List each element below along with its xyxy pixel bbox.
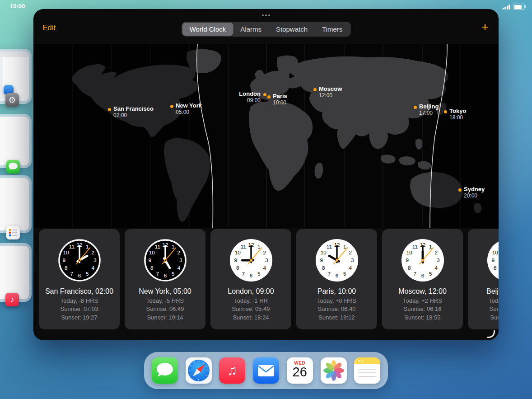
city-time: 12:00 [319, 92, 332, 99]
svg-text:5: 5 [429, 271, 432, 277]
clock-offset: Today, -5 HRS [125, 297, 205, 304]
svg-text:2: 2 [349, 249, 352, 255]
tab-world-clock[interactable]: World Clock [182, 23, 233, 36]
svg-text:9: 9 [406, 257, 409, 263]
world-clock-card-london[interactable]: 121234567891011 London, 09:00 Today, -1 … [210, 229, 291, 329]
dock-icon-safari[interactable] [186, 357, 212, 384]
city-dot-icon [263, 93, 266, 96]
city-name: Paris [273, 93, 287, 99]
city-time: 10:00 [273, 99, 286, 106]
clock-offset: Today, -8 HRS [39, 297, 120, 304]
city-time: 02:00 [113, 112, 127, 118]
svg-text:11: 11 [69, 244, 74, 249]
svg-text:7: 7 [156, 271, 159, 277]
svg-text:5: 5 [171, 271, 174, 277]
music-note-icon: ♫ [219, 357, 245, 384]
app-preview [0, 246, 29, 299]
svg-text:8: 8 [65, 265, 68, 271]
calendar-date: 26 [287, 365, 313, 380]
settings-gear-icon[interactable]: ⚙ [5, 93, 19, 107]
svg-text:2: 2 [263, 249, 266, 255]
clock-sunrise: Sunrise: 06:40 [296, 305, 377, 312]
dock-icon-music[interactable]: ♫ [219, 357, 245, 384]
messages-icon[interactable] [6, 160, 20, 174]
cellular-signal-icon [503, 5, 510, 9]
clock-app-window: Edit World Clock Alarms Stopwatch Timers… [33, 9, 499, 340]
dock-icon-messages[interactable] [152, 357, 178, 384]
dock-icon-calendar[interactable]: WED 26 [287, 357, 313, 384]
svg-text:10: 10 [149, 249, 155, 255]
edit-button[interactable]: Edit [42, 23, 56, 33]
world-clock-card-san-francisco[interactable]: 121234567891011 San Francisco, 02:00 Tod… [39, 229, 120, 329]
city-time: 18:00 [449, 114, 463, 121]
tab-alarms[interactable]: Alarms [233, 23, 269, 36]
analog-clock: 121234567891011 [401, 238, 445, 282]
svg-text:3: 3 [351, 257, 354, 263]
clock-tabs: World Clock Alarms Stopwatch Timers [182, 22, 351, 37]
svg-text:1: 1 [171, 244, 174, 249]
svg-text:8: 8 [236, 265, 239, 271]
clock-sunset: Sunset: 18:24 [210, 314, 291, 321]
svg-text:1: 1 [257, 244, 260, 249]
world-clock-card-new-york[interactable]: 121234567891011 New York, 05:00 Today, -… [125, 229, 205, 329]
svg-text:6: 6 [421, 272, 424, 278]
add-city-button[interactable]: + [481, 20, 489, 34]
analog-clock: 121234567891011 [57, 238, 102, 282]
svg-text:7: 7 [413, 271, 416, 277]
svg-text:11: 11 [326, 244, 331, 249]
svg-text:10: 10 [63, 249, 69, 255]
svg-text:9: 9 [148, 257, 151, 263]
city-dot-icon [267, 95, 271, 99]
svg-text:10: 10 [320, 249, 327, 255]
clock-offset: Today, +2 HRS [382, 297, 463, 304]
city-name: London [239, 90, 261, 97]
svg-text:5: 5 [85, 271, 89, 277]
analog-clock: 121234567891011 [143, 238, 187, 282]
city-dot-icon [170, 105, 173, 108]
svg-text:7: 7 [327, 271, 331, 277]
clock-sunset: Sunset: 19:14 [125, 314, 205, 321]
status-time: 10:00 [10, 3, 25, 9]
clock-offset: Today, +0 HRS [296, 297, 377, 304]
svg-text:9: 9 [320, 257, 323, 263]
svg-text:4: 4 [434, 265, 438, 271]
music-icon[interactable]: ♪ [5, 293, 19, 306]
svg-text:3: 3 [93, 257, 97, 263]
svg-text:7: 7 [70, 271, 73, 277]
tab-stopwatch[interactable]: Stopwatch [269, 23, 315, 36]
svg-text:5: 5 [257, 271, 260, 277]
city-name: Beijing [419, 103, 439, 110]
dock-icon-photos[interactable] [321, 357, 347, 384]
clock-sunrise: Sunrise: 06:16 [382, 305, 463, 312]
svg-text:4: 4 [177, 265, 180, 271]
dock-icon-mail[interactable] [253, 357, 279, 384]
stage-app-thumbnail[interactable] [0, 175, 32, 233]
reminders-icon[interactable] [6, 226, 20, 239]
svg-text:8: 8 [322, 265, 325, 271]
city-dot-icon [313, 88, 317, 91]
analog-clock: 121234567891011 [315, 238, 359, 282]
svg-text:11: 11 [498, 244, 499, 249]
svg-text:4: 4 [91, 265, 94, 271]
clock-sunset: Sunset: 18:32 [468, 314, 499, 321]
svg-text:6: 6 [249, 272, 252, 278]
dock-icon-notes[interactable] [354, 357, 380, 384]
svg-text:10: 10 [234, 249, 241, 255]
svg-text:9: 9 [234, 257, 237, 263]
tab-timers[interactable]: Timers [315, 23, 350, 36]
svg-text:1: 1 [343, 244, 346, 249]
svg-text:8: 8 [408, 265, 411, 271]
world-clock-card-beijing[interactable]: 121234567891011 Beijing, 17:00 Today, +7… [468, 229, 499, 329]
clock-offset: Today, -1 HR [210, 297, 291, 304]
dock: ♫ WED 26 [144, 352, 388, 389]
city-name: Moscow [319, 85, 342, 92]
svg-text:3: 3 [265, 257, 268, 263]
svg-text:10: 10 [406, 249, 412, 255]
clock-sunrise: Sunrise: 06:06 [468, 305, 499, 312]
svg-text:8: 8 [150, 265, 154, 271]
world-clock-card-moscow[interactable]: 121234567891011 Moscow, 12:00 Today, +2 … [382, 229, 463, 329]
clock-city-time: New York, 05:00 [125, 287, 205, 296]
world-clock-card-paris[interactable]: 121234567891011 Paris, 10:00 Today, +0 H… [296, 229, 377, 329]
svg-text:11: 11 [412, 244, 417, 249]
svg-text:3: 3 [437, 257, 440, 263]
